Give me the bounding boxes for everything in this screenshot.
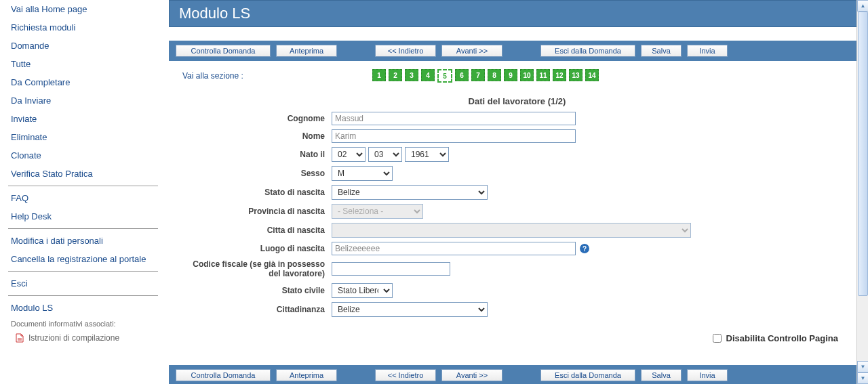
cittadinanza-select[interactable]: Belize [332, 302, 488, 317]
nav-esci[interactable]: Esci [8, 274, 158, 293]
controlla-domanda-button-bottom[interactable]: Controlla Domanda [176, 369, 271, 381]
luogo-nascita-field[interactable] [332, 242, 576, 255]
scrollbar-vertical[interactable]: ▲ ▼ ▼ [856, 0, 868, 384]
step-9[interactable]: 9 [504, 69, 517, 81]
scroll-up-button[interactable]: ▲ [857, 0, 868, 12]
nav-domande-clonate[interactable]: Clonate [8, 146, 158, 165]
step-8[interactable]: 8 [488, 69, 501, 81]
invia-button[interactable]: Invia [687, 45, 728, 57]
provincia-nascita-select: - Seleziona - [332, 204, 423, 219]
pdf-icon [15, 333, 24, 343]
form-title: Dati del lavoratore (1/2) [169, 91, 865, 112]
sidebar-doc-label: Documenti informativi associati: [8, 317, 158, 330]
label-cittadinanza: Cittadinanza [182, 305, 332, 314]
label-nome: Nome [182, 131, 332, 141]
step-14[interactable]: 14 [585, 69, 599, 81]
nav-help-desk[interactable]: Help Desk [8, 207, 158, 226]
scroll-down-button-2[interactable]: ▼ [857, 372, 868, 384]
cognome-field[interactable] [332, 112, 576, 125]
section-nav: Vai alla sezione : 1 2 3 4 5 6 7 8 9 10 … [169, 61, 865, 91]
sesso-select[interactable]: M [332, 166, 393, 181]
label-sesso: Sesso [182, 169, 332, 178]
citta-nascita-select [332, 223, 691, 238]
step-3[interactable]: 3 [405, 69, 418, 81]
label-stato-nascita: Stato di nascita [182, 188, 332, 197]
step-7[interactable]: 7 [471, 69, 485, 81]
indietro-button-bottom[interactable]: << Indietro [375, 369, 436, 381]
sidebar: Vai alla Home page Richiesta moduli Doma… [0, 0, 166, 384]
nav-verifica-stato[interactable]: Verifica Stato Pratica [8, 165, 158, 183]
indietro-button[interactable]: << Indietro [375, 45, 436, 57]
toolbar-top: Controlla Domanda Anteprima << Indietro … [169, 41, 865, 61]
nato-anno-select[interactable]: 1961 [405, 147, 449, 162]
doc-istruzioni-label: Istruzioni di compilazione [28, 333, 119, 343]
invia-button-bottom[interactable]: Invia [687, 369, 728, 381]
form-area: Cognome Nome Nato il 02 03 1961 Sesso M … [169, 112, 865, 317]
nato-mese-select[interactable]: 03 [368, 147, 402, 162]
nav-domande-tutte[interactable]: Tutte [8, 55, 158, 73]
esci-domanda-button-bottom[interactable]: Esci dalla Domanda [540, 369, 635, 381]
step-12[interactable]: 12 [553, 69, 566, 81]
controlla-domanda-button[interactable]: Controlla Domanda [176, 45, 271, 57]
nav-domande-da-completare[interactable]: Da Completare [8, 73, 158, 91]
esci-domanda-button[interactable]: Esci dalla Domanda [540, 45, 635, 57]
nav-richiesta-moduli[interactable]: Richiesta moduli [8, 18, 158, 37]
label-cognome: Cognome [182, 114, 332, 123]
nato-giorno-select[interactable]: 02 [332, 147, 366, 162]
step-boxes: 1 2 3 4 5 6 7 8 9 10 11 12 13 14 [372, 69, 599, 83]
label-nato: Nato il [182, 150, 332, 159]
nav-cancella-registrazione[interactable]: Cancella la registrazione al portale [8, 250, 158, 268]
avanti-button-bottom[interactable]: Avanti >> [441, 369, 502, 381]
label-codice-fiscale: Codice fiscale (se già in possesso del l… [182, 259, 332, 279]
salva-button-bottom[interactable]: Salva [641, 369, 682, 381]
disabilita-controllo-label: Disabilita Controllo Pagina [726, 333, 838, 343]
sidebar-modulo-title: Modulo LS [8, 299, 158, 317]
anteprima-button[interactable]: Anteprima [276, 45, 337, 57]
doc-istruzioni[interactable]: Istruzioni di compilazione [8, 330, 158, 345]
nav-domande-inviate[interactable]: Inviate [8, 110, 158, 128]
label-stato-civile: Stato civile [182, 286, 332, 295]
label-citta-nascita: Citta di nascita [182, 226, 332, 235]
scroll-thumb[interactable] [858, 12, 868, 296]
stato-civile-select[interactable]: Stato Libero [332, 283, 393, 298]
nav-domande-eliminate[interactable]: Eliminate [8, 128, 158, 146]
section-nav-label: Vai alla sezione : [182, 71, 372, 81]
anteprima-button-bottom[interactable]: Anteprima [276, 369, 337, 381]
help-icon[interactable]: ? [580, 244, 589, 253]
checkbox-row: Disabilita Controllo Pagina [169, 321, 865, 351]
label-provincia-nascita: Provincia di nascita [182, 207, 332, 216]
avanti-button[interactable]: Avanti >> [441, 45, 502, 57]
step-5[interactable]: 5 [437, 69, 452, 83]
step-6[interactable]: 6 [455, 69, 469, 81]
step-10[interactable]: 10 [520, 69, 534, 81]
label-luogo-nascita: Luogo di nascita [182, 244, 332, 253]
stato-nascita-select[interactable]: Belize [332, 185, 488, 200]
nav-domande[interactable]: Domande [8, 37, 158, 55]
nav-faq[interactable]: FAQ [8, 189, 158, 207]
nome-field[interactable] [332, 129, 576, 143]
codice-fiscale-field[interactable] [332, 262, 450, 276]
scroll-down-button[interactable]: ▼ [857, 361, 868, 372]
step-13[interactable]: 13 [569, 69, 583, 81]
step-11[interactable]: 11 [536, 69, 550, 81]
salva-button[interactable]: Salva [641, 45, 682, 57]
step-4[interactable]: 4 [421, 69, 435, 81]
nav-modifica-dati[interactable]: Modifica i dati personali [8, 232, 158, 250]
module-header: Modulo LS [169, 0, 865, 27]
toolbar-bottom: Controlla Domanda Anteprima << Indietro … [169, 365, 865, 384]
nav-domande-da-inviare[interactable]: Da Inviare [8, 91, 158, 110]
disabilita-controllo-checkbox[interactable] [713, 334, 722, 343]
step-1[interactable]: 1 [372, 69, 386, 81]
nav-home[interactable]: Vai alla Home page [8, 0, 158, 18]
main: Modulo LS Controlla Domanda Anteprima <<… [166, 0, 868, 384]
step-2[interactable]: 2 [389, 69, 402, 81]
